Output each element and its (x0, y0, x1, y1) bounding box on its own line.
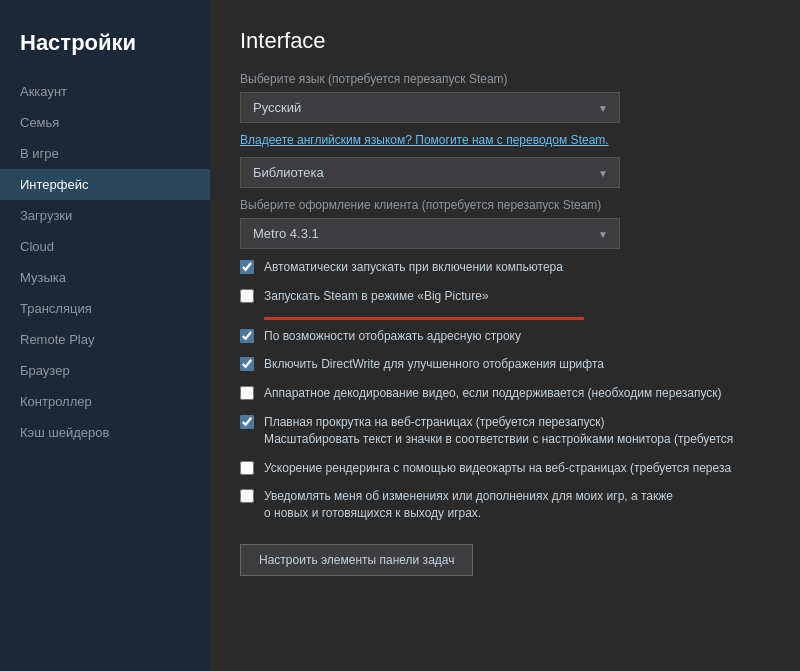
sidebar-item-downloads[interactable]: Загрузки (0, 200, 210, 231)
checkbox-gpurender[interactable] (240, 461, 254, 475)
checkbox-label-addressbar: По возможности отображать адресную строк… (264, 328, 521, 345)
sidebar-item-interface[interactable]: Интерфейс (0, 169, 210, 200)
checkbox-directwrite[interactable] (240, 357, 254, 371)
checkbox-autostart[interactable] (240, 260, 254, 274)
checkbox-row-smoothscroll: Плавная прокрутка на веб-страницах (треб… (240, 414, 770, 448)
checkbox-label-hwdecode: Аппаратное декодирование видео, если под… (264, 385, 722, 402)
sidebar-item-family[interactable]: Семья (0, 107, 210, 138)
checkbox-addressbar[interactable] (240, 329, 254, 343)
checkbox-row-addressbar: По возможности отображать адресную строк… (240, 328, 770, 345)
checkbox-label-smoothscroll: Плавная прокрутка на веб-страницах (треб… (264, 414, 733, 448)
checkbox-row-hwdecode: Аппаратное декодирование видео, если под… (240, 385, 770, 402)
translate-link[interactable]: Владеете английским языком? Помогите нам… (240, 133, 770, 147)
checkbox-label-autostart: Автоматически запускать при включении ко… (264, 259, 563, 276)
checkbox-label-gpurender: Ускорение рендеринга с помощью видеокарт… (264, 460, 731, 477)
red-divider (264, 317, 584, 320)
checkbox-row-notify: Уведомлять меня об изменениях или дополн… (240, 488, 770, 522)
skin-select[interactable]: БиблиотекаDefaultMetro (240, 157, 620, 188)
checkbox-row-bigpicture: Запускать Steam в режиме «Big Picture» (240, 288, 770, 305)
checkbox-hwdecode[interactable] (240, 386, 254, 400)
checkbox-smoothscroll[interactable] (240, 415, 254, 429)
checkbox-label-directwrite: Включить DirectWrite для улучшенного ото… (264, 356, 604, 373)
theme-dropdown-wrapper[interactable]: Metro 4.3.1Default ▼ (240, 218, 620, 249)
language-dropdown-wrapper[interactable]: РусскийEnglishDeutschFrançaisEspañol ▼ (240, 92, 620, 123)
sidebar-item-remoteplay[interactable]: Remote Play (0, 324, 210, 355)
sidebar: Настройки АккаунтСемьяВ игреИнтерфейсЗаг… (0, 0, 210, 671)
checkbox-label-bigpicture: Запускать Steam в режиме «Big Picture» (264, 288, 489, 305)
sidebar-item-ingame[interactable]: В игре (0, 138, 210, 169)
sidebar-item-account[interactable]: Аккаунт (0, 76, 210, 107)
taskbar-button[interactable]: Настроить элементы панели задач (240, 544, 473, 576)
checkbox-row-directwrite: Включить DirectWrite для улучшенного ото… (240, 356, 770, 373)
sidebar-item-music[interactable]: Музыка (0, 262, 210, 293)
checkbox-notify[interactable] (240, 489, 254, 503)
sidebar-item-broadcast[interactable]: Трансляция (0, 293, 210, 324)
page-title: Interface (240, 28, 770, 54)
theme-label: Выберите оформление клиента (потребуется… (240, 198, 770, 212)
sidebar-item-browser[interactable]: Браузер (0, 355, 210, 386)
checkbox-row-autostart: Автоматически запускать при включении ко… (240, 259, 770, 276)
language-select[interactable]: РусскийEnglishDeutschFrançaisEspañol (240, 92, 620, 123)
theme-select[interactable]: Metro 4.3.1Default (240, 218, 620, 249)
language-label: Выберите язык (потребуется перезапуск St… (240, 72, 770, 86)
sidebar-item-shadercache[interactable]: Кэш шейдеров (0, 417, 210, 448)
settings-title: Настройки (0, 20, 210, 76)
checkbox-label-notify: Уведомлять меня об изменениях или дополн… (264, 488, 673, 522)
skin-dropdown-wrapper[interactable]: БиблиотекаDefaultMetro ▼ (240, 157, 620, 188)
checkbox-bigpicture[interactable] (240, 289, 254, 303)
main-content: Interface Выберите язык (потребуется пер… (210, 0, 800, 671)
sidebar-item-controller[interactable]: Контроллер (0, 386, 210, 417)
sidebar-item-cloud[interactable]: Cloud (0, 231, 210, 262)
checkbox-row-gpurender: Ускорение рендеринга с помощью видеокарт… (240, 460, 770, 477)
